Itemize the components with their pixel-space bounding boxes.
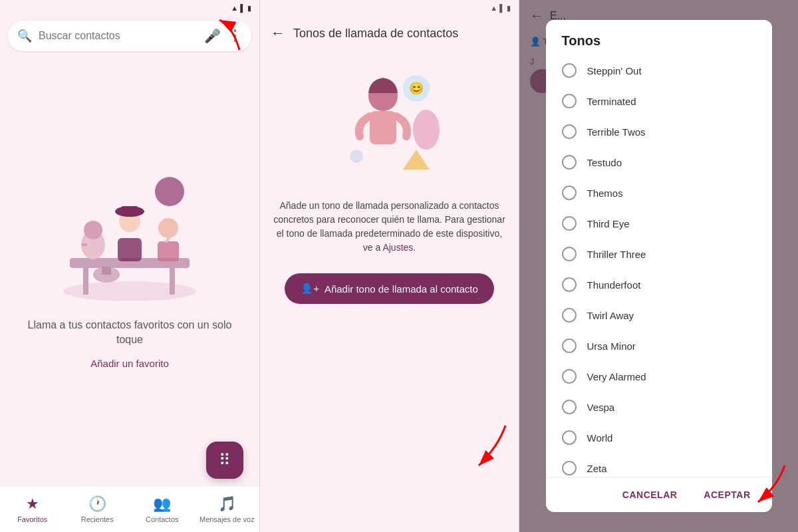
- voicemail-icon: 🎵: [218, 495, 236, 513]
- nav-label-recents: Recientes: [81, 515, 114, 523]
- panel2-description: Añade un tono de llamada personalizado a…: [273, 199, 505, 255]
- list-item[interactable]: Testudo: [546, 147, 772, 178]
- nav-label-contacts: Contactos: [146, 515, 179, 523]
- ringtone-dialog: Tonos Steppin' Out Terminated Terrible T…: [546, 20, 772, 512]
- svg-rect-4: [170, 268, 175, 295]
- nav-item-contacts[interactable]: 👥 Contactos: [130, 486, 195, 532]
- ringtone-label: Twirl Away: [587, 310, 634, 321]
- ringtone-settings-panel: ▲ ▌ ▮ ← Tonos de llamada de contactos 😊: [259, 0, 519, 532]
- fab-button[interactable]: ⠿: [206, 442, 243, 479]
- list-item[interactable]: Very Alarmed: [546, 361, 772, 392]
- panel2-content: 😊 Añade un tono de llamada personalizado…: [260, 50, 519, 532]
- radio-terrible-twos[interactable]: [562, 124, 577, 139]
- svg-rect-18: [370, 111, 396, 144]
- radio-terminated[interactable]: [562, 94, 577, 108]
- list-item[interactable]: Themos: [546, 178, 772, 208]
- svg-rect-13: [158, 241, 179, 261]
- list-item[interactable]: Thriller Three: [546, 239, 772, 269]
- ringtone-label: Zeta: [587, 463, 607, 474]
- dialog-overlay: Tonos Steppin' Out Terminated Terrible T…: [519, 0, 798, 532]
- cancel-button[interactable]: CANCELAR: [612, 483, 688, 507]
- radio-zeta[interactable]: [562, 461, 577, 475]
- panel2-illustration: 😊: [323, 63, 456, 183]
- svg-text:😊: 😊: [409, 81, 424, 96]
- contacts-icon: 👥: [153, 495, 171, 513]
- illustration-text: Llama a tus contactos favoritos con un s…: [13, 318, 246, 348]
- list-item[interactable]: Ursa Minor: [546, 331, 772, 361]
- ringtone-label: World: [587, 432, 613, 444]
- status-bar-1: ▲ ▌ ▮: [0, 0, 259, 17]
- svg-rect-10: [122, 206, 138, 213]
- list-item[interactable]: Terminated: [546, 86, 772, 116]
- nav-item-recents[interactable]: 🕐 Recientes: [65, 486, 130, 532]
- search-bar[interactable]: 🔍 🎤 ⋮: [8, 21, 251, 51]
- add-favorite-link[interactable]: Añadir un favorito: [90, 358, 169, 369]
- svg-rect-15: [102, 267, 111, 275]
- panel2-header: ← Tonos de llamada de contactos: [260, 17, 519, 50]
- ringtone-label: Terrible Twos: [587, 126, 646, 138]
- ringtone-label: Thunderfoot: [587, 279, 641, 291]
- svg-marker-21: [403, 150, 430, 170]
- list-item[interactable]: Zeta: [546, 453, 772, 477]
- bottom-navigation: ★ Favoritos 🕐 Recientes 👥 Contactos 🎵 Me…: [0, 485, 259, 532]
- back-button[interactable]: ←: [271, 25, 285, 42]
- ringtone-list: Steppin' Out Terminated Terrible Twos Te…: [546, 55, 772, 477]
- radio-thunderfoot[interactable]: [562, 277, 577, 292]
- contacts-panel: ▲ ▌ ▮ 🔍 🎤 ⋮: [0, 0, 259, 532]
- search-icon: 🔍: [17, 29, 32, 43]
- recents-icon: 🕐: [88, 495, 106, 513]
- status-bar-2: ▲ ▌ ▮: [260, 0, 519, 17]
- list-item[interactable]: Third Eye: [546, 208, 772, 239]
- nav-item-favorites[interactable]: ★ Favoritos: [0, 486, 65, 532]
- ringtone-label: Thriller Three: [587, 249, 646, 260]
- contacts-illustration: [43, 172, 216, 305]
- ringtone-label: Third Eye: [587, 218, 630, 229]
- ringtone-label: Ursa Minor: [587, 340, 636, 352]
- radio-vespa[interactable]: [562, 400, 577, 414]
- radio-world[interactable]: [562, 430, 577, 445]
- ringtone-label: Very Alarmed: [587, 371, 646, 382]
- status-icons: ▲ ▌ ▮: [231, 4, 251, 13]
- radio-ursa-minor[interactable]: [562, 338, 577, 353]
- illustration-area: Llama a tus contactos favoritos con un s…: [0, 55, 259, 485]
- svg-rect-3: [83, 268, 88, 295]
- search-input[interactable]: [39, 30, 198, 42]
- radio-themos[interactable]: [562, 186, 577, 200]
- ringtone-label: Terminated: [587, 96, 636, 107]
- svg-rect-7: [82, 243, 87, 246]
- radio-very-alarmed[interactable]: [562, 369, 577, 384]
- person-add-icon: 👤+: [301, 283, 319, 295]
- radio-third-eye[interactable]: [562, 216, 577, 231]
- dialog-actions: CANCELAR ACEPTAR: [546, 477, 772, 512]
- dialog-title: Tonos: [546, 20, 772, 55]
- list-item[interactable]: Twirl Away: [546, 300, 772, 331]
- ringtone-label: Steppin' Out: [587, 65, 642, 76]
- panel2-title: Tonos de llamada de contactos: [293, 27, 458, 41]
- svg-point-16: [155, 177, 184, 206]
- svg-point-6: [84, 221, 102, 239]
- nav-label-favorites: Favoritos: [17, 515, 47, 523]
- radio-thriller-three[interactable]: [562, 247, 577, 261]
- radio-steppin-out[interactable]: [562, 63, 577, 78]
- list-item[interactable]: Thunderfoot: [546, 269, 772, 300]
- settings-link[interactable]: Ajustes: [382, 242, 413, 253]
- list-item[interactable]: Terrible Twos: [546, 116, 772, 147]
- dialpad-icon: ⠿: [219, 451, 231, 469]
- ringtone-label: Themos: [587, 188, 623, 199]
- list-item[interactable]: Steppin' Out: [546, 55, 772, 86]
- ringtone-picker-panel: ← E... 👤 Tod... J Juan Jesus Tomase... T…: [519, 0, 798, 532]
- radio-testudo[interactable]: [562, 155, 577, 170]
- favorites-icon: ★: [26, 495, 39, 513]
- list-item[interactable]: World: [546, 422, 772, 453]
- nav-item-voicemail[interactable]: 🎵 Mensajes de voz: [195, 486, 260, 532]
- mic-icon[interactable]: 🎤: [204, 28, 221, 44]
- more-options-icon[interactable]: ⋮: [227, 27, 242, 45]
- nav-label-voicemail: Mensajes de voz: [200, 515, 255, 523]
- add-ringtone-label: Añadir tono de llamada al contacto: [325, 283, 478, 295]
- ringtone-label: Testudo: [587, 157, 622, 168]
- add-ringtone-button[interactable]: 👤+ Añadir tono de llamada al contacto: [285, 273, 494, 304]
- svg-rect-11: [118, 238, 142, 261]
- list-item[interactable]: Vespa: [546, 392, 772, 422]
- radio-twirl-away[interactable]: [562, 308, 577, 323]
- accept-button[interactable]: ACEPTAR: [693, 483, 761, 507]
